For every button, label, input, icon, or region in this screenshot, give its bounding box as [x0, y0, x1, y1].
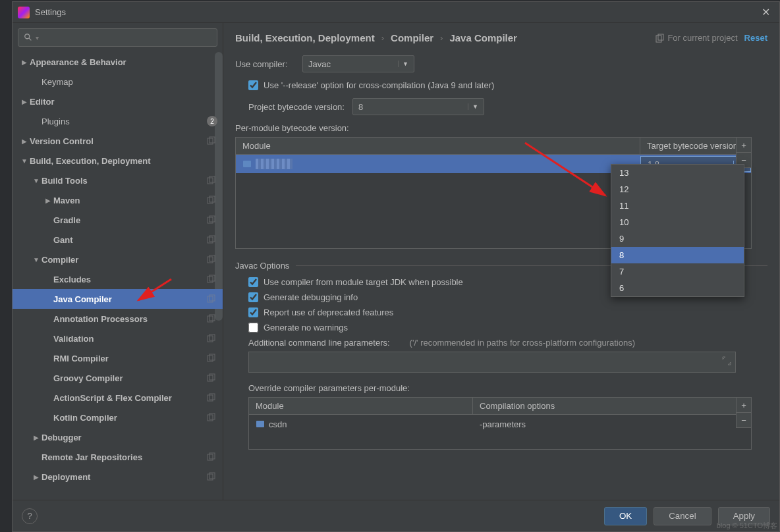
copy-icon [207, 275, 216, 284]
sidebar-item-appearance-behavior[interactable]: ▶Appearance & Behavior [13, 52, 223, 72]
svg-rect-10 [208, 237, 213, 243]
project-bytecode-label: Project bytecode version: [248, 102, 345, 112]
per-module-label: Per-module bytecode version: [235, 123, 767, 133]
sidebar-item-version-control[interactable]: ▶Version Control [13, 131, 223, 151]
svg-rect-34 [656, 36, 661, 42]
svg-rect-19 [209, 315, 215, 321]
svg-rect-33 [209, 473, 215, 479]
help-button[interactable]: ? [22, 508, 38, 524]
module-name-redacted [256, 159, 292, 169]
sidebar-item-maven[interactable]: ▶Maven [13, 190, 223, 210]
sidebar-item-kotlin-compiler[interactable]: Kotlin Compiler [13, 408, 223, 427]
bytecode-version-dropdown[interactable]: 131211109876 [611, 164, 744, 297]
use-compiler-dropdown[interactable]: Javac▼ [302, 55, 414, 72]
sidebar-item-deployment[interactable]: ▶Deployment [13, 467, 223, 487]
sidebar-item-groovy-compiler[interactable]: Groovy Compiler [13, 368, 223, 388]
dropdown-option[interactable]: 6 [611, 280, 744, 296]
sidebar-item-gradle[interactable]: Gradle [13, 210, 223, 230]
sidebar-item-actionscript-flex-compiler[interactable]: ActionScript & Flex Compiler [13, 388, 223, 408]
apply-button[interactable]: Apply [718, 507, 770, 525]
sidebar-item-java-compiler[interactable]: Java Compiler [13, 289, 223, 309]
chevron-icon: ▶ [19, 98, 30, 105]
dropdown-option[interactable]: 9 [611, 230, 744, 247]
ok-button[interactable]: OK [604, 507, 647, 525]
copy-icon [207, 334, 216, 343]
svg-rect-14 [208, 277, 213, 282]
svg-rect-8 [208, 217, 213, 223]
svg-line-1 [29, 38, 32, 41]
dropdown-option[interactable]: 11 [611, 198, 744, 214]
cmdline-params-input[interactable] [248, 352, 736, 373]
cancel-button[interactable]: Cancel [654, 507, 711, 525]
sidebar-item-editor[interactable]: ▶Editor [13, 92, 223, 111]
svg-rect-25 [209, 374, 215, 380]
chevron-icon: ▶ [43, 197, 53, 204]
svg-rect-17 [209, 295, 215, 301]
svg-rect-6 [208, 198, 213, 203]
copy-icon [207, 196, 216, 205]
release-option-checkbox[interactable] [248, 80, 258, 90]
javac-options-label: Javac Options [235, 261, 289, 271]
sidebar-item-plugins[interactable]: Plugins2 [13, 111, 223, 131]
sidebar-item-compiler[interactable]: ▼Compiler [13, 250, 223, 269]
sidebar-item-validation[interactable]: Validation [13, 329, 223, 348]
override-label: Override compiler parameters per-module: [248, 383, 767, 393]
use-target-jdk-checkbox[interactable] [248, 277, 258, 287]
chevron-icon: ▼ [31, 177, 42, 184]
for-project-label: For current project [655, 33, 737, 43]
search-input[interactable]: ▾ [18, 28, 217, 47]
svg-rect-32 [208, 474, 213, 480]
sidebar: ▾ ▶Appearance & BehaviorKeymap▶EditorPlu… [13, 23, 223, 500]
dropdown-option[interactable]: 8 [611, 247, 744, 263]
svg-rect-9 [209, 216, 215, 222]
settings-window: Settings ✕ ▾ ▶Appearance & BehaviorKeyma… [12, 1, 780, 532]
copy-icon [207, 176, 216, 185]
sidebar-item-excludes[interactable]: Excludes [13, 269, 223, 289]
use-compiler-label: Use compiler: [235, 59, 294, 69]
module-icon [256, 419, 265, 429]
sidebar-item-keymap[interactable]: Keymap [13, 72, 223, 92]
dropdown-option[interactable]: 10 [611, 214, 744, 230]
no-warnings-checkbox[interactable] [248, 323, 258, 332]
override-table: Module Compilation options csdn -paramet… [248, 397, 752, 450]
sidebar-item-build-execution-deployment[interactable]: ▼Build, Execution, Deployment [13, 151, 223, 171]
dropdown-option[interactable]: 13 [611, 165, 744, 181]
add-row-button[interactable]: + [736, 397, 752, 413]
dropdown-option[interactable]: 12 [611, 181, 744, 198]
add-row-button[interactable]: + [736, 137, 752, 153]
sidebar-item-gant[interactable]: Gant [13, 230, 223, 250]
sidebar-item-annotation-processors[interactable]: Annotation Processors [13, 309, 223, 329]
app-logo-icon [18, 7, 30, 18]
breadcrumb: Build, Execution, Deployment › Compiler … [235, 32, 767, 43]
sidebar-item-debugger[interactable]: ▶Debugger [13, 427, 223, 447]
close-icon[interactable]: ✕ [758, 5, 774, 20]
svg-rect-36 [243, 161, 251, 167]
sidebar-item-rmi-compiler[interactable]: RMI Compiler [13, 348, 223, 368]
svg-rect-28 [208, 415, 213, 421]
sidebar-item-remote-jar-repositories[interactable]: Remote Jar Repositories [13, 447, 223, 467]
svg-rect-12 [208, 257, 213, 263]
dropdown-option[interactable]: 7 [611, 263, 744, 280]
copy-icon [207, 354, 216, 363]
copy-icon [207, 452, 216, 462]
chevron-icon: ▼ [31, 256, 42, 263]
copy-icon [207, 136, 216, 146]
expand-icon[interactable] [722, 356, 731, 365]
debug-info-checkbox[interactable] [248, 292, 258, 302]
reset-link[interactable]: Reset [744, 33, 767, 43]
svg-rect-22 [208, 356, 213, 361]
svg-rect-24 [208, 375, 213, 381]
chevron-icon: ▶ [31, 434, 42, 441]
badge: 2 [207, 116, 217, 126]
remove-row-button[interactable]: − [736, 412, 752, 428]
svg-point-0 [25, 34, 30, 39]
titlebar: Settings ✕ [13, 2, 779, 23]
svg-rect-11 [209, 236, 215, 242]
settings-tree[interactable]: ▶Appearance & BehaviorKeymap▶EditorPlugi… [13, 52, 223, 500]
deprecated-checkbox[interactable] [248, 307, 258, 317]
copy-icon [207, 294, 216, 304]
chevron-icon: ▶ [19, 59, 30, 66]
project-bytecode-dropdown[interactable]: 8▼ [352, 98, 484, 115]
sidebar-item-build-tools[interactable]: ▼Build Tools [13, 171, 223, 190]
table-row[interactable]: csdn -parameters [249, 415, 751, 433]
